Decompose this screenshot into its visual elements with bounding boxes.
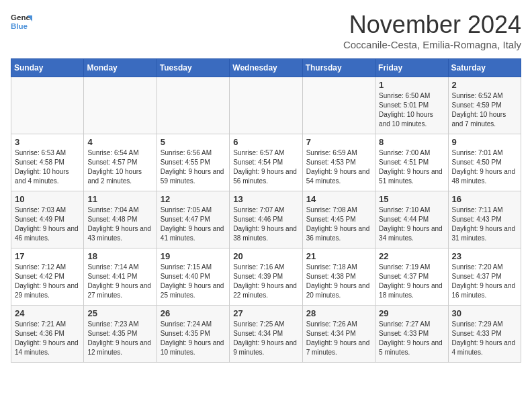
- day-number: 20: [233, 251, 298, 261]
- day-info: Sunrise: 7:05 AM Sunset: 4:47 PM Dayligh…: [161, 205, 226, 243]
- day-number: 7: [306, 137, 371, 147]
- logo: General Blue: [11, 11, 32, 32]
- day-number: 16: [452, 194, 517, 204]
- calendar-week-5: 24Sunrise: 7:21 AM Sunset: 4:36 PM Dayli…: [11, 306, 521, 363]
- calendar-cell: 13Sunrise: 7:07 AM Sunset: 4:46 PM Dayli…: [230, 191, 302, 248]
- day-number: 9: [452, 137, 517, 147]
- day-number: 12: [161, 194, 226, 204]
- day-info: Sunrise: 7:07 AM Sunset: 4:46 PM Dayligh…: [233, 205, 298, 243]
- day-info: Sunrise: 6:53 AM Sunset: 4:58 PM Dayligh…: [15, 148, 80, 186]
- calendar-cell: [11, 77, 84, 134]
- title-block: November 2024 Coccanile-Cesta, Emilia-Ro…: [343, 11, 521, 50]
- calendar-cell: 19Sunrise: 7:15 AM Sunset: 4:40 PM Dayli…: [157, 248, 229, 306]
- column-header-wednesday: Wednesday: [230, 59, 302, 77]
- calendar-cell: 2Sunrise: 6:52 AM Sunset: 4:59 PM Daylig…: [448, 77, 521, 134]
- day-number: 21: [306, 251, 371, 261]
- calendar-cell: 24Sunrise: 7:21 AM Sunset: 4:36 PM Dayli…: [11, 306, 84, 363]
- day-number: 15: [379, 194, 444, 204]
- day-number: 24: [15, 308, 80, 318]
- calendar-cell: 26Sunrise: 7:24 AM Sunset: 4:35 PM Dayli…: [157, 306, 229, 363]
- day-number: 23: [452, 251, 517, 261]
- calendar-cell: 1Sunrise: 6:50 AM Sunset: 5:01 PM Daylig…: [375, 77, 448, 134]
- calendar-cell: 15Sunrise: 7:10 AM Sunset: 4:44 PM Dayli…: [375, 191, 448, 248]
- day-number: 10: [15, 194, 80, 204]
- column-header-tuesday: Tuesday: [157, 59, 229, 77]
- day-info: Sunrise: 7:27 AM Sunset: 4:33 PM Dayligh…: [379, 320, 444, 357]
- day-info: Sunrise: 7:19 AM Sunset: 4:37 PM Dayligh…: [379, 263, 444, 300]
- calendar-cell: 11Sunrise: 7:04 AM Sunset: 4:48 PM Dayli…: [84, 191, 157, 248]
- calendar-cell: [302, 77, 375, 134]
- column-header-thursday: Thursday: [302, 59, 375, 77]
- day-info: Sunrise: 7:21 AM Sunset: 4:36 PM Dayligh…: [15, 320, 80, 357]
- calendar-cell: 22Sunrise: 7:19 AM Sunset: 4:37 PM Dayli…: [375, 248, 448, 306]
- calendar-cell: [230, 77, 302, 134]
- calendar-cell: 6Sunrise: 6:57 AM Sunset: 4:54 PM Daylig…: [230, 134, 302, 191]
- calendar-body: 1Sunrise: 6:50 AM Sunset: 5:01 PM Daylig…: [11, 77, 521, 363]
- day-info: Sunrise: 7:01 AM Sunset: 4:50 PM Dayligh…: [452, 148, 517, 186]
- day-number: 17: [15, 251, 80, 261]
- svg-text:Blue: Blue: [11, 22, 28, 30]
- calendar-cell: 4Sunrise: 6:54 AM Sunset: 4:57 PM Daylig…: [84, 134, 157, 191]
- calendar-cell: 14Sunrise: 7:08 AM Sunset: 4:45 PM Dayli…: [302, 191, 375, 248]
- svg-text:General: General: [11, 13, 32, 21]
- calendar-cell: 28Sunrise: 7:26 AM Sunset: 4:34 PM Dayli…: [302, 306, 375, 363]
- day-info: Sunrise: 7:12 AM Sunset: 4:42 PM Dayligh…: [15, 263, 80, 300]
- calendar-cell: 25Sunrise: 7:23 AM Sunset: 4:35 PM Dayli…: [84, 306, 157, 363]
- day-info: Sunrise: 7:23 AM Sunset: 4:35 PM Dayligh…: [87, 320, 152, 357]
- day-info: Sunrise: 7:11 AM Sunset: 4:43 PM Dayligh…: [452, 205, 517, 243]
- calendar-cell: [84, 77, 157, 134]
- day-number: 28: [306, 308, 371, 318]
- month-title: November 2024: [343, 11, 521, 39]
- calendar-week-2: 3Sunrise: 6:53 AM Sunset: 4:58 PM Daylig…: [11, 134, 521, 191]
- calendar-cell: 27Sunrise: 7:25 AM Sunset: 4:34 PM Dayli…: [230, 306, 302, 363]
- day-number: 14: [306, 194, 371, 204]
- page-header: General Blue November 2024 Coccanile-Ces…: [11, 11, 521, 50]
- calendar-cell: 16Sunrise: 7:11 AM Sunset: 4:43 PM Dayli…: [448, 191, 521, 248]
- day-info: Sunrise: 7:00 AM Sunset: 4:51 PM Dayligh…: [379, 148, 444, 186]
- calendar-cell: 8Sunrise: 7:00 AM Sunset: 4:51 PM Daylig…: [375, 134, 448, 191]
- calendar-cell: 7Sunrise: 6:59 AM Sunset: 4:53 PM Daylig…: [302, 134, 375, 191]
- day-number: 18: [87, 251, 152, 261]
- day-number: 8: [379, 137, 444, 147]
- day-info: Sunrise: 7:26 AM Sunset: 4:34 PM Dayligh…: [306, 320, 371, 357]
- calendar-week-3: 10Sunrise: 7:03 AM Sunset: 4:49 PM Dayli…: [11, 191, 521, 248]
- calendar-cell: 30Sunrise: 7:29 AM Sunset: 4:33 PM Dayli…: [448, 306, 521, 363]
- day-number: 4: [87, 137, 152, 147]
- day-number: 30: [452, 308, 517, 318]
- day-number: 11: [87, 194, 152, 204]
- day-number: 6: [233, 137, 298, 147]
- calendar-cell: 9Sunrise: 7:01 AM Sunset: 4:50 PM Daylig…: [448, 134, 521, 191]
- day-info: Sunrise: 7:25 AM Sunset: 4:34 PM Dayligh…: [233, 320, 298, 357]
- day-number: 25: [87, 308, 152, 318]
- calendar-cell: 5Sunrise: 6:56 AM Sunset: 4:55 PM Daylig…: [157, 134, 229, 191]
- calendar-table: SundayMondayTuesdayWednesdayThursdayFrid…: [11, 58, 521, 363]
- day-number: 19: [161, 251, 226, 261]
- day-info: Sunrise: 6:50 AM Sunset: 5:01 PM Dayligh…: [379, 91, 444, 129]
- calendar-cell: 3Sunrise: 6:53 AM Sunset: 4:58 PM Daylig…: [11, 134, 84, 191]
- day-info: Sunrise: 7:10 AM Sunset: 4:44 PM Dayligh…: [379, 205, 444, 243]
- day-info: Sunrise: 7:08 AM Sunset: 4:45 PM Dayligh…: [306, 205, 371, 243]
- calendar-week-4: 17Sunrise: 7:12 AM Sunset: 4:42 PM Dayli…: [11, 248, 521, 306]
- column-header-saturday: Saturday: [448, 59, 521, 77]
- column-header-friday: Friday: [375, 59, 448, 77]
- day-number: 27: [233, 308, 298, 318]
- calendar-cell: 18Sunrise: 7:14 AM Sunset: 4:41 PM Dayli…: [84, 248, 157, 306]
- calendar-cell: 23Sunrise: 7:20 AM Sunset: 4:37 PM Dayli…: [448, 248, 521, 306]
- day-info: Sunrise: 6:59 AM Sunset: 4:53 PM Dayligh…: [306, 148, 371, 186]
- calendar-cell: 20Sunrise: 7:16 AM Sunset: 4:39 PM Dayli…: [230, 248, 302, 306]
- day-info: Sunrise: 7:16 AM Sunset: 4:39 PM Dayligh…: [233, 263, 298, 300]
- day-info: Sunrise: 6:52 AM Sunset: 4:59 PM Dayligh…: [452, 91, 517, 129]
- day-info: Sunrise: 7:24 AM Sunset: 4:35 PM Dayligh…: [161, 320, 226, 357]
- calendar-cell: [157, 77, 229, 134]
- calendar-cell: 17Sunrise: 7:12 AM Sunset: 4:42 PM Dayli…: [11, 248, 84, 306]
- day-info: Sunrise: 7:18 AM Sunset: 4:38 PM Dayligh…: [306, 263, 371, 300]
- day-info: Sunrise: 7:03 AM Sunset: 4:49 PM Dayligh…: [15, 205, 80, 243]
- calendar-cell: 21Sunrise: 7:18 AM Sunset: 4:38 PM Dayli…: [302, 248, 375, 306]
- day-number: 13: [233, 194, 298, 204]
- calendar-header-row: SundayMondayTuesdayWednesdayThursdayFrid…: [11, 59, 521, 77]
- day-info: Sunrise: 7:04 AM Sunset: 4:48 PM Dayligh…: [87, 205, 152, 243]
- day-info: Sunrise: 7:14 AM Sunset: 4:41 PM Dayligh…: [87, 263, 152, 300]
- day-info: Sunrise: 6:56 AM Sunset: 4:55 PM Dayligh…: [161, 148, 226, 186]
- calendar-week-1: 1Sunrise: 6:50 AM Sunset: 5:01 PM Daylig…: [11, 77, 521, 134]
- day-number: 29: [379, 308, 444, 318]
